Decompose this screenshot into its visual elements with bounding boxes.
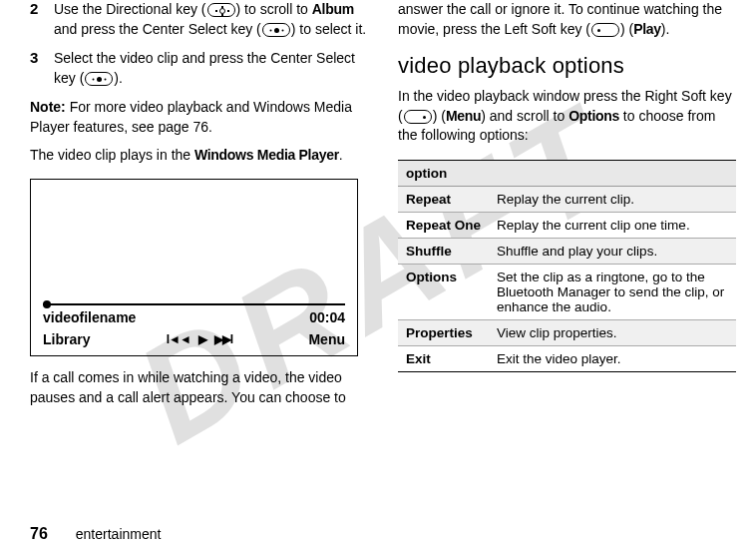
option-desc: View clip properties. bbox=[489, 319, 736, 345]
text-fragment: and press the Center Select key ( bbox=[54, 21, 261, 37]
page-content: 2 Use the Directional key () to scroll t… bbox=[0, 0, 756, 499]
step-text: Select the video clip and press the Cent… bbox=[54, 49, 368, 88]
left-column: 2 Use the Directional key () to scroll t… bbox=[30, 0, 368, 499]
center-select-key-icon bbox=[85, 72, 113, 86]
directional-key-icon bbox=[207, 3, 235, 17]
player-softkey-right: Menu bbox=[308, 331, 345, 347]
step-number: 3 bbox=[30, 49, 42, 88]
option-desc: Shuffle and play your clips. bbox=[489, 238, 736, 264]
player-controls-row: Library I◄◄ ▶ ▶▶I Menu bbox=[43, 331, 345, 347]
note-paragraph: Note: For more video playback and Window… bbox=[30, 98, 368, 137]
player-transport-controls: I◄◄ ▶ ▶▶I bbox=[167, 332, 232, 346]
text-fragment: ) and scroll to bbox=[481, 108, 568, 124]
option-desc: Replay the current clip. bbox=[489, 186, 736, 212]
text-fragment: ) ( bbox=[433, 108, 446, 124]
options-table: option Repeat Replay the current clip. R… bbox=[398, 160, 736, 372]
table-row: Repeat One Replay the current clip one t… bbox=[398, 212, 736, 238]
player-screen-area bbox=[43, 190, 345, 299]
section-heading: video playback options bbox=[398, 53, 736, 79]
prev-icon: I◄◄ bbox=[167, 332, 190, 346]
option-desc: Replay the current clip one time. bbox=[489, 212, 736, 238]
footer-section: entertainment bbox=[76, 526, 162, 542]
table-row: Shuffle Shuffle and play your clips. bbox=[398, 238, 736, 264]
player-info-row: videofilename 00:04 bbox=[43, 309, 345, 325]
center-select-key-icon bbox=[262, 23, 290, 37]
option-desc: Set the clip as a ringtone, go to the Bl… bbox=[489, 264, 736, 319]
option-name: Properties bbox=[398, 319, 489, 345]
play-icon: ▶ bbox=[198, 332, 206, 346]
table-row: Options Set the clip as a ringtone, go t… bbox=[398, 264, 736, 319]
options-label: Options bbox=[568, 108, 619, 124]
text-fragment: ) to scroll to bbox=[236, 1, 312, 17]
option-name: Repeat One bbox=[398, 212, 489, 238]
text-fragment: Use the Directional key ( bbox=[54, 1, 206, 17]
play-label: Play bbox=[633, 21, 661, 37]
right-column: answer the call or ignore it. To continu… bbox=[398, 0, 736, 499]
option-name: Repeat bbox=[398, 186, 489, 212]
note-label: Note: bbox=[30, 99, 66, 115]
album-label: Album bbox=[312, 1, 354, 17]
player-time: 00:04 bbox=[309, 309, 345, 325]
option-name: Options bbox=[398, 264, 489, 319]
player-softkey-left: Library bbox=[43, 331, 90, 347]
option-name: Shuffle bbox=[398, 238, 489, 264]
step-2: 2 Use the Directional key () to scroll t… bbox=[30, 0, 368, 39]
table-row: Exit Exit the video player. bbox=[398, 345, 736, 371]
text-fragment: . bbox=[339, 147, 343, 163]
video-player-mock: videofilename 00:04 Library I◄◄ ▶ ▶▶I Me… bbox=[30, 179, 358, 356]
right-soft-key-icon bbox=[404, 110, 432, 124]
page-footer: 76 entertainment bbox=[30, 525, 161, 543]
step-number: 2 bbox=[30, 0, 42, 39]
intro-paragraph: In the video playback window press the R… bbox=[398, 87, 736, 146]
text-fragment: ). bbox=[661, 21, 670, 37]
option-name: Exit bbox=[398, 345, 489, 371]
text-fragment: answer the call or ignore it. To continu… bbox=[398, 1, 722, 37]
page-number: 76 bbox=[30, 525, 48, 543]
note-body: For more video playback and Windows Medi… bbox=[30, 99, 352, 135]
table-row: Properties View clip properties. bbox=[398, 319, 736, 345]
wmp-label: Windows Media Player bbox=[194, 147, 339, 163]
player-filename: videofilename bbox=[43, 309, 136, 325]
text-fragment: ) to select it. bbox=[291, 21, 366, 37]
table-row: Repeat Replay the current clip. bbox=[398, 186, 736, 212]
option-desc: Exit the video player. bbox=[489, 345, 736, 371]
menu-label: Menu bbox=[446, 108, 481, 124]
text-fragment: The video clip plays in the bbox=[30, 147, 194, 163]
step-3: 3 Select the video clip and press the Ce… bbox=[30, 49, 368, 88]
left-soft-key-icon bbox=[591, 23, 619, 37]
table-header: option bbox=[398, 160, 736, 186]
step-text: Use the Directional key () to scroll to … bbox=[54, 0, 368, 39]
next-icon: ▶▶I bbox=[214, 332, 232, 346]
clip-plays-paragraph: The video clip plays in the Windows Medi… bbox=[30, 146, 368, 166]
player-progress-bar bbox=[43, 303, 345, 305]
continuation-paragraph: answer the call or ignore it. To continu… bbox=[398, 0, 736, 39]
text-fragment: ) ( bbox=[620, 21, 633, 37]
tail-paragraph: If a call comes in while watching a vide… bbox=[30, 368, 368, 407]
text-fragment: ). bbox=[114, 70, 123, 86]
